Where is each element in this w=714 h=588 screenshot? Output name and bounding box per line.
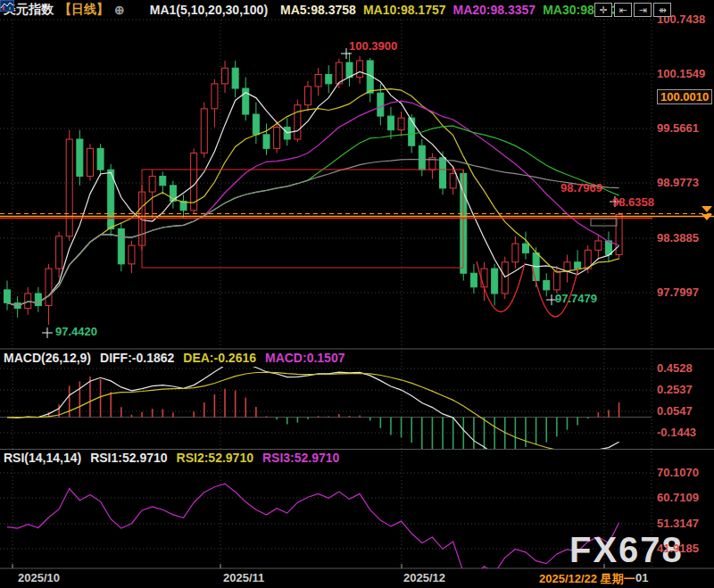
x-axis-label-4: 01 xyxy=(635,571,648,584)
rsi-token-3: RSI3:52.9710 xyxy=(262,451,339,465)
compress-left-icon[interactable]: ⇤ xyxy=(614,3,632,17)
ma-settings-label: MA1(5,10,20,30,100) xyxy=(150,3,268,17)
low-price-label: 97.4420 xyxy=(55,325,97,338)
ma-value-0: MA5:98.3758 xyxy=(280,3,356,17)
chart-application-window: 美元指数 【日线】 ⊕ MA1(5,10,20,30,100) MA5:98.3… xyxy=(0,0,714,588)
period-label[interactable]: 【日线】 xyxy=(59,2,109,18)
x-axis-label-1: 2025/11 xyxy=(223,571,264,584)
x-axis-label-3: 2025/12/22 星期一 xyxy=(539,571,635,587)
x-axis-label-0: 2025/10 xyxy=(18,571,60,584)
macd-axis-label-2: 0.0547 xyxy=(657,404,693,418)
price-axis-label-6: 97.7997 xyxy=(657,286,699,299)
high-price-label: 100.3900 xyxy=(349,39,397,53)
price-axis-label-3: 99.5661 xyxy=(657,121,699,135)
price-axis-label-1: 100.1549 xyxy=(657,67,705,80)
price-axis-label-2: 100.0010 xyxy=(657,89,712,104)
dip-price-label: 97.7479 xyxy=(555,292,597,305)
rsi-indicator-row: RSI(14,14,14)RSI1:52.9710RSI2:52.9710RSI… xyxy=(4,451,339,465)
macd-token-2: DEA:-0.2616 xyxy=(183,351,256,365)
ma-value-1: MA10:98.1757 xyxy=(363,3,446,17)
chart-canvas[interactable] xyxy=(0,0,714,588)
rsi-token-2: RSI2:52.9710 xyxy=(177,451,253,465)
chart-toolbar: ✛⇤⇥⇻ xyxy=(594,3,671,17)
mini-chart-icon xyxy=(130,4,145,16)
add-indicator-icon[interactable]: ⊕ xyxy=(114,3,125,17)
rsi-axis-label-0: 70.1070 xyxy=(657,466,699,479)
ma-value-2: MA20:98.3357 xyxy=(453,3,536,17)
price-axis-label-4: 98.9773 xyxy=(657,176,699,189)
shift-right-icon[interactable]: ⇻ xyxy=(653,3,671,17)
macd-axis-label-1: 0.2537 xyxy=(657,383,693,396)
macd-indicator-row: MACD(26,12,9)DIFF:-0.1862DEA:-0.2616MACD… xyxy=(4,351,345,365)
macd-token-1: DIFF:-0.1862 xyxy=(100,351,174,365)
rsi-axis-label-3: 41.9185 xyxy=(657,542,699,555)
rsi-axis-label-2: 51.3147 xyxy=(657,517,699,530)
expand-right-icon[interactable]: ⇥ xyxy=(634,3,652,17)
crosshair-tool-icon[interactable]: ✛ xyxy=(594,3,612,17)
level-price-label: 98.7969 xyxy=(560,181,602,195)
macd-token-0: MACD(26,12,9) xyxy=(4,351,91,365)
ma-values-group: MA5:98.3758MA10:98.1757MA20:98.3357MA30:… xyxy=(273,3,619,17)
macd-axis-label-3: -0.1443 xyxy=(657,426,696,439)
price-axis-label-5: 98.3885 xyxy=(657,231,699,244)
rsi-token-0: RSI(14,14,14) xyxy=(4,451,81,465)
rsi-token-1: RSI1:52.9710 xyxy=(90,451,167,465)
macd-axis-label-0: 0.4528 xyxy=(657,361,693,375)
rsi-axis-label-1: 60.7109 xyxy=(657,491,699,504)
macd-token-3: MACD:0.1507 xyxy=(265,351,345,365)
x-axis-label-2: 2025/12 xyxy=(403,571,445,584)
last-price-label: 98.6358 xyxy=(612,195,654,209)
